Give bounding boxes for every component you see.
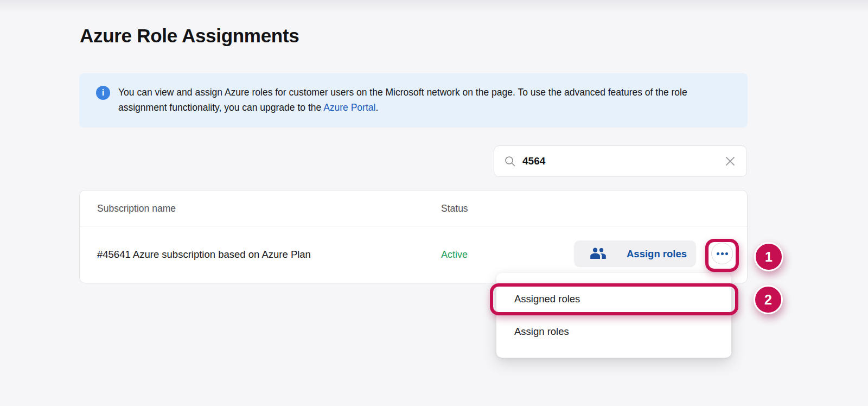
status-badge: Active (441, 226, 468, 283)
column-header-subscription-name: Subscription name (97, 191, 176, 226)
people-icon (589, 246, 607, 261)
subscriptions-table: Subscription name Status #45641 Azure su… (79, 190, 748, 283)
assign-roles-button-label: Assign roles (627, 248, 687, 260)
dropdown-item-assign-roles[interactable]: Assign roles (496, 315, 731, 348)
subscription-name-cell: #45641 Azure subscription based on Azure… (97, 226, 311, 283)
column-header-status: Status (441, 191, 468, 226)
info-icon: i (96, 86, 110, 100)
banner-text: You can view and assign Azure roles for … (118, 85, 730, 115)
table-header-row: Subscription name Status (80, 191, 747, 226)
top-gradient (0, 0, 868, 13)
annotation-badge-1: 1 (754, 242, 783, 271)
assign-roles-button[interactable]: Assign roles (574, 240, 696, 267)
search-input[interactable] (522, 155, 723, 167)
magnifier-icon (504, 155, 516, 167)
info-banner: i You can view and assign Azure roles fo… (79, 73, 748, 128)
search-box[interactable] (494, 145, 747, 177)
annotation-box-2 (490, 283, 738, 315)
banner-text-after-link: . (375, 102, 378, 113)
page-title: Azure Role Assignments (80, 25, 299, 47)
banner-text-before-link: You can view and assign Azure roles for … (118, 87, 687, 113)
clear-search-icon[interactable] (723, 154, 738, 169)
annotation-box-1 (705, 239, 739, 272)
azure-portal-link[interactable]: Azure Portal (323, 102, 375, 113)
annotation-badge-2: 2 (754, 285, 783, 314)
